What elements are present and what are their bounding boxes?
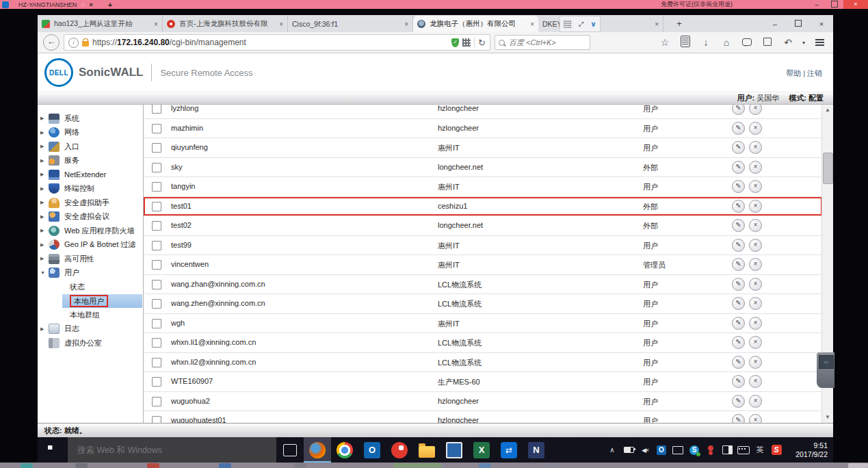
edit-button[interactable]: ✎: [732, 200, 745, 213]
sidebar-item-label[interactable]: 网络: [64, 127, 79, 138]
expand-arrow-icon[interactable]: ▼: [40, 270, 47, 275]
file-explorer-taskbar-icon[interactable]: [413, 437, 440, 463]
firefox-taskbar-icon[interactable]: [304, 437, 331, 463]
help-link[interactable]: 帮助: [786, 69, 801, 77]
bookmark-star-button[interactable]: ☆: [657, 37, 673, 48]
volume-muted-icon[interactable]: ◀×: [637, 437, 653, 463]
browser-close-button[interactable]: ×: [810, 20, 833, 28]
delete-button[interactable]: ×: [749, 317, 762, 330]
skype-tray-icon[interactable]: S: [687, 437, 702, 463]
row-checkbox[interactable]: [152, 299, 161, 309]
sidebar-item-label[interactable]: NetExtender: [64, 170, 106, 179]
url-text[interactable]: https://172.16.240.80/cgi-bin/management: [92, 38, 448, 47]
close-window-button[interactable]: ×: [843, 0, 868, 9]
edit-button[interactable]: ✎: [732, 180, 745, 193]
minimize-button[interactable]: –: [808, 1, 826, 8]
expand-arrow-icon[interactable]: ▶: [40, 242, 47, 248]
outlook-taskbar-icon[interactable]: O: [358, 437, 386, 463]
expand-arrow-icon[interactable]: ▶: [40, 326, 47, 332]
taskbar-search-input[interactable]: [76, 445, 269, 456]
delete-button[interactable]: ×: [749, 297, 762, 310]
table-row[interactable]: qiuyunfeng 惠州IT 用户 ✎ ×: [144, 138, 822, 158]
table-row[interactable]: test99 惠州IT 用户 ✎ ×: [144, 236, 822, 256]
chat-button[interactable]: [739, 37, 755, 48]
table-row[interactable]: wuguohua2 hzlongcheer 用户 ✎ ×: [144, 392, 822, 412]
row-checkbox[interactable]: [152, 241, 161, 250]
row-checkbox[interactable]: [152, 319, 161, 328]
sidebar-item-status[interactable]: 状态: [38, 280, 143, 294]
browser-restore-button[interactable]: [787, 20, 810, 28]
downloads-button[interactable]: ↓: [698, 37, 714, 48]
favorite-star-icon[interactable]: ☆: [80, 1, 86, 8]
delete-button[interactable]: ×: [749, 122, 762, 135]
table-row[interactable]: wang.zhen@xinning.com.cn LCL物流系统 用户 ✎ ×: [144, 294, 822, 314]
tab-close-icon[interactable]: ×: [279, 21, 283, 28]
expand-arrow-icon[interactable]: ▶: [40, 256, 47, 261]
delete-button[interactable]: ×: [749, 200, 762, 213]
table-row[interactable]: test02 longcheer.net 外部 ✎ ×: [144, 216, 822, 236]
sidebar-item-system[interactable]: ▶ 系统: [38, 112, 143, 126]
tab-close-icon[interactable]: ×: [655, 21, 659, 28]
row-checkbox[interactable]: [152, 105, 161, 114]
edit-button[interactable]: ✎: [732, 219, 745, 232]
sidebar-item-label[interactable]: 本地用户: [70, 295, 108, 307]
table-row[interactable]: test01 ceshizu1 外部 ✎ ×: [144, 197, 822, 217]
sidebar-item-label[interactable]: 服务: [64, 155, 79, 166]
edit-button[interactable]: ✎: [732, 105, 745, 115]
sidebar-item-label[interactable]: 安全虚拟助手: [64, 198, 109, 208]
table-row[interactable]: WTE160907 生产MES-60 用户 ✎ ×: [144, 372, 822, 392]
reload-button[interactable]: ↻: [478, 38, 486, 48]
edit-button[interactable]: ✎: [732, 317, 745, 330]
row-checkbox[interactable]: [152, 338, 161, 348]
sidebar-item-local-groups[interactable]: 本地群组: [38, 308, 143, 322]
person-tray-icon[interactable]: [703, 437, 718, 463]
tab-close-icon[interactable]: ×: [530, 21, 534, 28]
edit-button[interactable]: ✎: [732, 258, 745, 271]
table-row[interactable]: whxn.li1@xinning.com.cn LCL物流系统 用户 ✎ ×: [144, 333, 822, 353]
sidebar-item-high-availability[interactable]: ▶ 高可用性: [38, 252, 143, 266]
back-button[interactable]: ←: [43, 34, 60, 51]
sidebar-item-label[interactable]: Geo IP & Botnet 过滤: [64, 239, 135, 250]
delete-button[interactable]: ×: [749, 180, 762, 193]
table-row[interactable]: vincentwen 惠州IT 管理员 ✎ ×: [144, 255, 822, 275]
menu-button[interactable]: [811, 37, 828, 48]
expand-arrow-icon[interactable]: ▶: [40, 214, 47, 220]
taskbar-clock[interactable]: 9:51 2017/9/22: [784, 437, 833, 463]
table-row[interactable]: tangyin 惠州IT 用户 ✎ ×: [144, 177, 822, 197]
tab-close-icon[interactable]: ×: [404, 21, 408, 28]
delete-button[interactable]: ×: [749, 375, 762, 388]
scroll-up-arrow-icon[interactable]: ▲: [822, 105, 833, 116]
screens-taskbar-icon[interactable]: [440, 437, 468, 463]
keyboard-tray-icon[interactable]: [736, 437, 751, 463]
maximize-button[interactable]: [826, 1, 843, 9]
scroll-down-arrow-icon[interactable]: ▼: [822, 412, 833, 423]
edit-button[interactable]: ✎: [732, 278, 745, 291]
screenshot-button[interactable]: [759, 37, 776, 48]
excel-taskbar-icon[interactable]: X: [468, 437, 495, 463]
edit-button[interactable]: ✎: [732, 297, 745, 310]
table-row[interactable]: mazhimin hzlongcheer 用户 ✎ ×: [144, 119, 822, 139]
start-button[interactable]: [38, 437, 68, 463]
delete-button[interactable]: ×: [749, 239, 762, 252]
edit-button[interactable]: ✎: [732, 375, 745, 388]
delete-button[interactable]: ×: [749, 414, 762, 423]
panel-tray-icon[interactable]: [720, 437, 735, 463]
delete-button[interactable]: ×: [749, 278, 762, 291]
browser-tab[interactable]: hao123_上网从这里开始 ×: [38, 16, 163, 32]
expand-arrow-icon[interactable]: ▶: [40, 186, 47, 192]
delete-button[interactable]: ×: [749, 336, 762, 349]
row-checkbox[interactable]: [152, 280, 161, 289]
close-session-icon[interactable]: ×: [89, 1, 92, 8]
sogou-tray-icon[interactable]: S: [769, 437, 784, 463]
sidebar-item-endpoint-control[interactable]: ▶ 终端控制: [38, 182, 143, 196]
mode-value[interactable]: 配置: [808, 94, 824, 102]
task-view-button[interactable]: [276, 437, 304, 463]
new-session-button[interactable]: +: [108, 1, 112, 9]
sidebar-item-label[interactable]: 日志: [64, 324, 79, 334]
table-row[interactable]: wgh 惠州IT 用户 ✎ ×: [144, 314, 822, 334]
sidebar-item-netextender[interactable]: ▶ NetExtender: [38, 168, 143, 182]
edit-button[interactable]: ✎: [732, 336, 745, 349]
display-tray-icon[interactable]: [670, 437, 685, 463]
undo-dropdown-caret[interactable]: ▾: [800, 40, 807, 46]
delete-button[interactable]: ×: [749, 395, 762, 408]
